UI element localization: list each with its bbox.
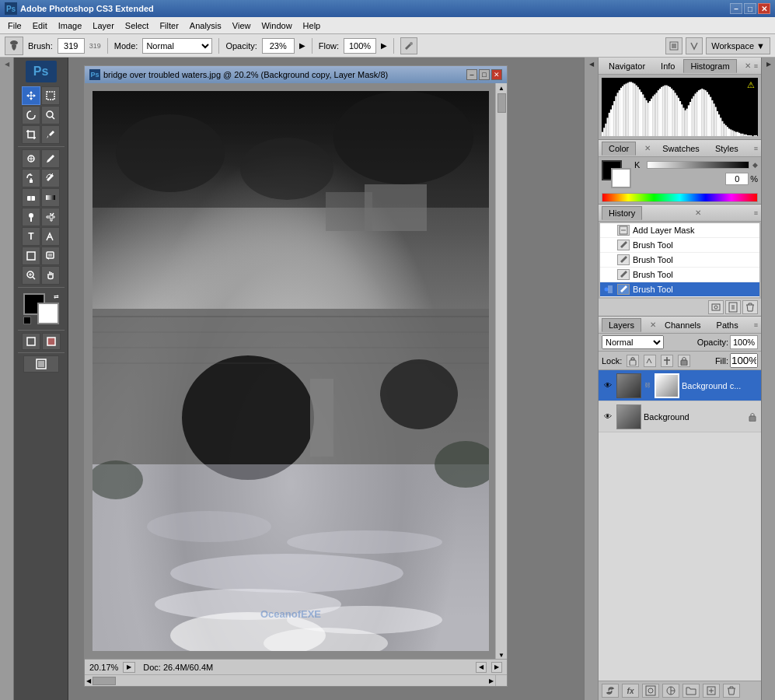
- default-colors[interactable]: [23, 317, 31, 324]
- brush-tool[interactable]: [41, 149, 60, 168]
- layers-panel-options[interactable]: ≡: [754, 321, 758, 329]
- histogram-panel-menu[interactable]: ≡: [754, 62, 758, 70]
- dodge-tool[interactable]: [22, 208, 40, 226]
- tab-info[interactable]: Info: [654, 59, 682, 73]
- close-button[interactable]: ✕: [758, 3, 770, 14]
- zoom-tool[interactable]: [22, 266, 40, 285]
- layers-close-btn[interactable]: ✕: [650, 320, 656, 329]
- workspace-button[interactable]: Workspace ▼: [706, 37, 770, 54]
- lock-transparent-btn[interactable]: [627, 355, 639, 367]
- background-color[interactable]: [37, 303, 59, 324]
- history-panel-options[interactable]: ≡: [754, 209, 758, 217]
- history-snapshot-btn[interactable]: [708, 300, 724, 314]
- layer-eye-0[interactable]: 👁: [602, 380, 614, 392]
- left-collapse-strip[interactable]: ◀: [0, 58, 14, 700]
- layer-group-btn[interactable]: [682, 684, 700, 698]
- tab-swatches[interactable]: Swatches: [655, 142, 707, 156]
- airbrush-toggle[interactable]: [400, 37, 417, 54]
- history-item-2[interactable]: Brush Tool: [600, 253, 759, 268]
- tab-styles[interactable]: Styles: [708, 142, 745, 156]
- shape-tool[interactable]: [22, 247, 40, 265]
- scroll-right-arrow[interactable]: ▶: [489, 677, 494, 684]
- tab-channels[interactable]: Channels: [658, 318, 707, 332]
- far-right-strip[interactable]: ▶: [761, 58, 775, 700]
- mode-select[interactable]: Normal Multiply Screen: [142, 38, 212, 54]
- k-slider[interactable]: [647, 161, 749, 169]
- menu-edit[interactable]: Edit: [28, 19, 52, 32]
- screen-mode-1[interactable]: [23, 355, 59, 373]
- tools-button-1[interactable]: [665, 37, 682, 54]
- canvas-maximize[interactable]: □: [479, 69, 490, 80]
- opacity-arrow[interactable]: ▶: [299, 41, 305, 50]
- flow-input[interactable]: [344, 38, 376, 54]
- history-delete-btn[interactable]: [742, 300, 758, 314]
- k-value-input[interactable]: [725, 173, 749, 185]
- maximize-button[interactable]: □: [744, 3, 756, 14]
- scroll-left-arrow[interactable]: ◀: [86, 677, 91, 684]
- layer-item-0[interactable]: 👁 ⛓ Background c...: [599, 370, 761, 401]
- history-item-3[interactable]: Brush Tool: [600, 268, 759, 282]
- lasso-tool[interactable]: [22, 106, 40, 124]
- color-panel-options[interactable]: ≡: [754, 145, 758, 152]
- scroll-down-arrow[interactable]: ▼: [498, 652, 504, 659]
- eraser-tool[interactable]: [22, 188, 40, 207]
- crop-tool[interactable]: [22, 125, 40, 144]
- history-item-1[interactable]: Brush Tool: [600, 238, 759, 253]
- lock-image-btn[interactable]: [644, 355, 656, 367]
- nav-left-arrow[interactable]: ◀: [476, 662, 487, 673]
- tab-navigator[interactable]: Navigator: [602, 59, 652, 73]
- histogram-close-btn[interactable]: ✕: [745, 61, 751, 70]
- tab-layers[interactable]: Layers: [602, 318, 641, 332]
- menu-window[interactable]: Window: [257, 19, 296, 32]
- lock-position-btn[interactable]: [661, 355, 673, 367]
- tab-histogram[interactable]: Histogram: [683, 59, 736, 73]
- quickmask-mode[interactable]: [42, 333, 61, 350]
- menu-analysis[interactable]: Analysis: [185, 19, 226, 32]
- history-close-btn[interactable]: ✕: [695, 208, 701, 217]
- layer-eye-1[interactable]: 👁: [602, 411, 614, 423]
- fill-value-input[interactable]: [730, 353, 758, 368]
- menu-image[interactable]: Image: [54, 19, 87, 32]
- notes-tool[interactable]: [41, 247, 60, 265]
- menu-layer[interactable]: Layer: [88, 19, 119, 32]
- menu-filter[interactable]: Filter: [155, 19, 183, 32]
- left-strip-arrow[interactable]: ◀: [3, 61, 10, 68]
- flow-arrow[interactable]: ▶: [381, 41, 387, 50]
- brush-tool-icon[interactable]: [5, 37, 23, 55]
- menu-view[interactable]: View: [228, 19, 256, 32]
- canvas-content-area[interactable]: OceanofEXE: [85, 83, 495, 659]
- right-collapse-strip-left[interactable]: ◀: [584, 58, 598, 700]
- standard-mode[interactable]: [22, 333, 40, 350]
- marquee-tool[interactable]: [41, 86, 60, 105]
- tab-paths[interactable]: Paths: [710, 318, 745, 332]
- eyedropper-tool[interactable]: [41, 125, 60, 144]
- color-bg-box[interactable]: [611, 168, 631, 188]
- opacity-value-input[interactable]: [730, 335, 758, 349]
- nav-right-arrow[interactable]: ▶: [491, 662, 502, 673]
- canvas-minimize[interactable]: –: [466, 69, 477, 80]
- pen-tool[interactable]: [41, 208, 60, 226]
- layer-delete-btn[interactable]: [723, 684, 740, 698]
- scroll-thumb-h[interactable]: [93, 677, 116, 685]
- history-item-4[interactable]: Brush Tool: [600, 282, 759, 297]
- canvas-hscroll[interactable]: ◀ ▶: [85, 674, 495, 686]
- canvas-close[interactable]: ✕: [491, 69, 502, 80]
- history-brush-tool[interactable]: [41, 169, 60, 187]
- scroll-thumb-v[interactable]: [497, 93, 506, 113]
- tools-button-2[interactable]: [686, 37, 703, 54]
- scroll-up-arrow[interactable]: ▲: [498, 85, 504, 92]
- lock-all-btn[interactable]: [678, 355, 690, 367]
- healing-brush-tool[interactable]: [22, 149, 40, 168]
- opacity-input[interactable]: [262, 38, 295, 54]
- path-select-tool[interactable]: [41, 227, 60, 246]
- blend-mode-select[interactable]: Normal Multiply Screen Overlay: [602, 335, 664, 349]
- menu-select[interactable]: Select: [120, 19, 154, 32]
- tab-color[interactable]: Color: [602, 142, 636, 156]
- layer-mask-btn[interactable]: [642, 684, 659, 698]
- quick-select-tool[interactable]: [41, 106, 60, 124]
- brush-size-input[interactable]: [58, 38, 85, 54]
- color-close-btn[interactable]: ✕: [644, 144, 651, 152]
- history-new-doc-btn[interactable]: [725, 300, 741, 314]
- menu-file[interactable]: File: [3, 19, 26, 32]
- gradient-tool[interactable]: [41, 188, 60, 207]
